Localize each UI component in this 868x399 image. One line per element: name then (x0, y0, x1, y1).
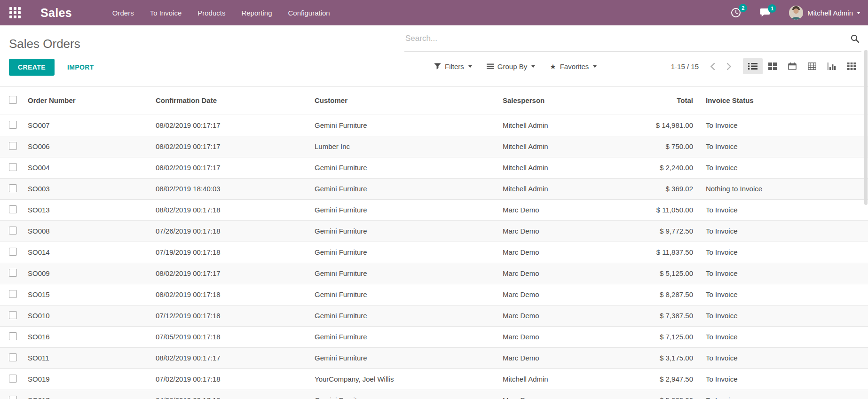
confirmation-date-cell[interactable]: 07/05/2019 00:17:18 (149, 326, 308, 347)
select-all-checkbox[interactable] (9, 96, 17, 104)
view-graph-button[interactable] (822, 58, 842, 74)
salesperson-cell[interactable]: Marc Demo (496, 326, 613, 347)
table-row[interactable]: SO008 07/26/2019 00:17:18 Gemini Furnitu… (0, 220, 868, 242)
invoice-status-cell[interactable]: To Invoice (695, 115, 868, 136)
order-number-cell[interactable]: SO010 (21, 305, 149, 326)
customer-cell[interactable]: Gemini Furniture (308, 390, 496, 399)
order-number-cell[interactable]: SO013 (21, 199, 149, 220)
total-cell[interactable]: $ 5,085.00 (613, 390, 695, 399)
total-cell[interactable]: $ 750.00 (613, 136, 695, 157)
table-row[interactable]: SO003 08/02/2019 18:40:03 Gemini Furnitu… (0, 178, 868, 199)
table-row[interactable]: SO019 07/02/2019 00:17:18 YourCompany, J… (0, 368, 868, 390)
total-cell[interactable]: $ 369.02 (613, 178, 695, 199)
create-button[interactable]: CREATE (9, 59, 55, 76)
confirmation-date-cell[interactable]: 07/19/2019 00:17:18 (149, 242, 308, 263)
order-number-cell[interactable]: SO011 (21, 347, 149, 368)
customer-cell[interactable]: Gemini Furniture (308, 347, 496, 368)
table-row[interactable]: SO010 07/12/2019 00:17:18 Gemini Furnitu… (0, 305, 868, 326)
confirmation-date-cell[interactable]: 08/02/2019 18:40:03 (149, 178, 308, 199)
column-header-invoice-status[interactable]: Invoice Status (695, 86, 868, 115)
table-row[interactable]: SO009 08/02/2019 00:17:17 Gemini Furnitu… (0, 263, 868, 284)
favorites-dropdown[interactable]: ★ Favorites (550, 63, 597, 70)
invoice-status-cell[interactable]: To Invoice (695, 390, 868, 399)
menu-item-orders[interactable]: Orders (112, 9, 134, 17)
order-number-cell[interactable]: SO009 (21, 263, 149, 284)
table-row[interactable]: SO006 08/02/2019 00:17:17 Lumber Inc Mit… (0, 136, 868, 157)
invoice-status-cell[interactable]: To Invoice (695, 263, 868, 284)
column-header-order-number[interactable]: Order Number (21, 86, 149, 115)
pager-next-button[interactable] (726, 63, 732, 70)
group-by-dropdown[interactable]: Group By (487, 63, 535, 70)
invoice-status-cell[interactable]: To Invoice (695, 136, 868, 157)
order-number-cell[interactable]: SO007 (21, 115, 149, 136)
activities-button[interactable]: 2 (731, 8, 741, 18)
menu-item-to-invoice[interactable]: To Invoice (150, 9, 182, 17)
order-number-cell[interactable]: SO003 (21, 178, 149, 199)
row-checkbox[interactable] (9, 163, 17, 171)
view-calendar-button[interactable] (782, 58, 802, 74)
row-checkbox[interactable] (9, 184, 17, 192)
column-header-confirmation-date[interactable]: Confirmation Date (149, 86, 308, 115)
user-menu[interactable]: Mitchell Admin (789, 6, 860, 20)
salesperson-cell[interactable]: Mitchell Admin (496, 178, 613, 199)
customer-cell[interactable]: Gemini Furniture (308, 284, 496, 305)
salesperson-cell[interactable]: Marc Demo (496, 347, 613, 368)
salesperson-cell[interactable]: Mitchell Admin (496, 368, 613, 390)
total-cell[interactable]: $ 3,175.00 (613, 347, 695, 368)
customer-cell[interactable]: YourCompany, Joel Willis (308, 368, 496, 390)
customer-cell[interactable]: Gemini Furniture (308, 263, 496, 284)
row-checkbox[interactable] (9, 311, 17, 319)
row-checkbox[interactable] (9, 290, 17, 298)
invoice-status-cell[interactable]: To Invoice (695, 368, 868, 390)
row-checkbox[interactable] (9, 332, 17, 340)
row-checkbox[interactable] (9, 353, 17, 361)
customer-cell[interactable]: Gemini Furniture (308, 305, 496, 326)
total-cell[interactable]: $ 5,125.00 (613, 263, 695, 284)
order-number-cell[interactable]: SO016 (21, 326, 149, 347)
column-header-customer[interactable]: Customer (308, 86, 496, 115)
confirmation-date-cell[interactable]: 08/02/2019 00:17:17 (149, 157, 308, 178)
salesperson-cell[interactable]: Mitchell Admin (496, 157, 613, 178)
menu-item-reporting[interactable]: Reporting (241, 9, 272, 17)
row-checkbox[interactable] (9, 396, 17, 399)
salesperson-cell[interactable]: Mitchell Admin (496, 136, 613, 157)
table-row[interactable]: SO015 08/02/2019 00:17:18 Gemini Furnitu… (0, 284, 868, 305)
messages-button[interactable]: 1 (760, 8, 770, 17)
order-number-cell[interactable]: SO004 (21, 157, 149, 178)
confirmation-date-cell[interactable]: 08/02/2019 00:17:18 (149, 199, 308, 220)
view-pivot-button[interactable] (802, 58, 822, 74)
customer-cell[interactable]: Gemini Furniture (308, 178, 496, 199)
table-row[interactable]: SO004 08/02/2019 00:17:17 Gemini Furnitu… (0, 157, 868, 178)
row-checkbox[interactable] (9, 248, 17, 256)
salesperson-cell[interactable]: Marc Demo (496, 199, 613, 220)
row-checkbox[interactable] (9, 227, 17, 235)
order-number-cell[interactable]: SO008 (21, 220, 149, 242)
order-number-cell[interactable]: SO006 (21, 136, 149, 157)
total-cell[interactable]: $ 14,981.00 (613, 115, 695, 136)
customer-cell[interactable]: Gemini Furniture (308, 157, 496, 178)
filters-dropdown[interactable]: Filters (434, 63, 472, 70)
invoice-status-cell[interactable]: To Invoice (695, 157, 868, 178)
customer-cell[interactable]: Lumber Inc (308, 136, 496, 157)
customer-cell[interactable]: Gemini Furniture (308, 220, 496, 242)
customer-cell[interactable]: Gemini Furniture (308, 242, 496, 263)
total-cell[interactable]: $ 11,837.50 (613, 242, 695, 263)
apps-grid-icon[interactable] (9, 7, 21, 18)
row-checkbox[interactable] (9, 121, 17, 129)
order-number-cell[interactable]: SO015 (21, 284, 149, 305)
confirmation-date-cell[interactable]: 08/02/2019 00:17:17 (149, 115, 308, 136)
invoice-status-cell[interactable]: To Invoice (695, 242, 868, 263)
table-row[interactable]: SO014 07/19/2019 00:17:18 Gemini Furnitu… (0, 242, 868, 263)
invoice-status-cell[interactable]: To Invoice (695, 305, 868, 326)
salesperson-cell[interactable]: Marc Demo (496, 220, 613, 242)
table-row[interactable]: SO011 08/02/2019 00:17:17 Gemini Furnitu… (0, 347, 868, 368)
row-checkbox[interactable] (9, 205, 17, 213)
confirmation-date-cell[interactable]: 08/02/2019 00:17:17 (149, 136, 308, 157)
total-cell[interactable]: $ 2,240.00 (613, 157, 695, 178)
order-number-cell[interactable]: SO017 (21, 390, 149, 399)
row-checkbox[interactable] (9, 375, 17, 383)
app-title[interactable]: Sales (40, 6, 72, 20)
salesperson-cell[interactable]: Mitchell Admin (496, 115, 613, 136)
invoice-status-cell[interactable]: To Invoice (695, 284, 868, 305)
table-row[interactable]: SO017 04/26/2019 00:17:18 Gemini Furnitu… (0, 390, 868, 399)
